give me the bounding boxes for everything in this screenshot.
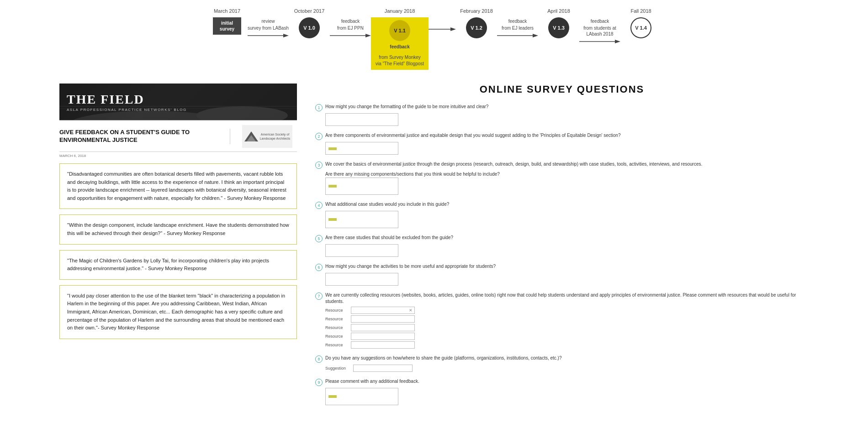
q5-num: 5: [315, 235, 323, 242]
resource-row-3: Resource: [325, 324, 809, 331]
timeline-node-v10: October 2017 V 1.0: [289, 8, 330, 38]
q4-input[interactable]: [325, 211, 398, 228]
quote-3: "The Magic of Children's Gardens by Loll…: [59, 250, 297, 280]
q1-row: 1 How might you change the formatting of…: [315, 104, 809, 111]
q9-num: 9: [315, 379, 323, 386]
initial-survey-box: initial survey: [213, 17, 241, 35]
logo-line1: American Society of: [260, 132, 291, 136]
svg-marker-7: [533, 34, 538, 37]
q4-text: What additional case studies would you i…: [325, 201, 449, 208]
q3-row: 3 We cover the basics of environmental j…: [315, 161, 809, 169]
q6-input[interactable]: [325, 273, 398, 286]
arrow-label-feedback-labash2018: feedback: [591, 18, 609, 24]
logo-line2: Landscape Architects: [260, 136, 291, 141]
asla-logo-icon: [244, 131, 258, 141]
timeline-node-v13: April 2018 V 1.3: [538, 8, 579, 38]
blog-date: MARCH 6, 2018: [59, 154, 297, 158]
timeline-node-v11: January 2018 V 1.1 feedback from Survey …: [371, 8, 429, 70]
timeline-node-initial: March 2017 initial survey: [206, 8, 248, 35]
blog-header-subtitle: ASLA PROFESSIONAL PRACTICE NETWORKS' BLO…: [67, 108, 290, 112]
arrow-sublabel-ejleaders: from EJ leaders: [502, 25, 534, 31]
q1-input[interactable]: [325, 113, 398, 126]
tl-date-fall2018: Fall 2018: [630, 8, 651, 14]
survey-q4: 4 What additional case studies would you…: [315, 201, 809, 228]
q3-input[interactable]: [325, 178, 398, 195]
survey-q1: 1 How might you change the formatting of…: [315, 104, 809, 126]
tl-arrow-2: feedback from EJ PPN: [330, 8, 371, 39]
quote-2: "Within the design component, include la…: [59, 214, 297, 244]
resource-input-2[interactable]: [351, 315, 415, 323]
q5-text: Are there case studies that should be ex…: [325, 235, 453, 241]
resource-row-2: Resource: [325, 315, 809, 323]
tl-date-jan2018: January 2018: [385, 8, 415, 14]
v11-feedback-label: feedback: [376, 42, 424, 52]
version-circle-v14: V 1.4: [630, 17, 651, 38]
arrow-sublabel-labash2018: from students at LAbash 2018: [583, 25, 616, 37]
survey-title: ONLINE SURVEY QUESTIONS: [315, 84, 809, 95]
resource-label-3: Resource: [325, 325, 348, 330]
arrow-svg-1: [248, 32, 289, 39]
arrow-svg-3: [429, 26, 456, 33]
tl-arrow-1: review survey from LABash: [248, 8, 289, 39]
tl-date-oct2017: October 2017: [294, 8, 325, 14]
version-circle-v10: V 1.0: [299, 17, 320, 38]
q3-text: We cover the basics of environmental jus…: [325, 161, 702, 167]
survey-q3: 3 We cover the basics of environmental j…: [315, 161, 809, 195]
q7-row: 7 We are currently collecting resources …: [315, 292, 809, 305]
version-circle-v12: V 1.2: [466, 17, 487, 38]
asla-logo: American Society of Landscape Architects: [242, 125, 292, 148]
resource-label-4: Resource: [325, 334, 348, 339]
q2-input[interactable]: [325, 142, 398, 155]
resource-input-3[interactable]: [351, 324, 415, 331]
arrow-svg-2: [330, 32, 371, 39]
tl-arrow-5: feedback from students at LAbash 2018: [579, 8, 620, 45]
svg-marker-5: [450, 27, 456, 31]
arrow-label-feedback-ejppn: feedback: [341, 18, 360, 24]
suggestion-row: Suggestion: [325, 365, 809, 372]
quote-4: "I would pay closer attention to the use…: [59, 285, 297, 339]
main-content: THE FIELD ASLA PROFESSIONAL PRACTICE NET…: [59, 84, 809, 412]
blog-header-title: THE FIELD: [67, 92, 290, 107]
suggestion-input[interactable]: [353, 365, 413, 372]
arrow-sublabel-ejppn: from EJ PPN: [337, 25, 364, 31]
resource-input-5[interactable]: [351, 341, 415, 349]
q1-text: How might you change the formatting of t…: [325, 104, 488, 110]
survey-q2: 2 Are there components of environmental …: [315, 132, 809, 155]
arrow-label-feedback-ejleaders: feedback: [508, 18, 527, 24]
q8-text: Do you have any suggestions on how/where…: [325, 355, 562, 361]
resource-label-1: Resource: [325, 308, 348, 313]
blog-headline-row: GIVE FEEDBACK ON A STUDENT'S GUIDE TO EN…: [59, 120, 297, 152]
version-circle-v13: V 1.3: [548, 17, 569, 38]
arrow-sublabel-labash: survey from LABash: [248, 25, 289, 31]
timeline: March 2017 initial survey review survey …: [0, 0, 868, 74]
svg-marker-1: [283, 34, 289, 37]
v11-highlight-box: V 1.1 feedback from Survey Monkey via "T…: [371, 17, 429, 70]
timeline-node-v12: February 2018 V 1.2: [456, 8, 497, 38]
left-panel: THE FIELD ASLA PROFESSIONAL PRACTICE NET…: [59, 84, 297, 412]
quote-1: "Disadvantaged communities are often bot…: [59, 163, 297, 209]
blog-logo-area: American Society of Landscape Architects: [238, 125, 297, 148]
v11-feedback-sub: from Survey Monkey via "The Field" Blogp…: [376, 54, 424, 67]
q4-num: 4: [315, 202, 323, 209]
resource-input-4[interactable]: [351, 333, 415, 340]
survey-q8: 8 Do you have any suggestions on how/whe…: [315, 355, 809, 372]
q3-num: 3: [315, 162, 323, 169]
arrow-svg-5: [579, 38, 620, 45]
q5-input[interactable]: [325, 244, 398, 257]
svg-marker-3: [365, 34, 371, 37]
q2-row: 2 Are there components of environmental …: [315, 132, 809, 140]
q9-row: 9 Please comment with any additional fee…: [315, 378, 809, 386]
q2-text: Are there components of environmental ju…: [325, 132, 620, 139]
q9-input[interactable]: [325, 388, 398, 405]
q3-sub: Are there any missing components/section…: [325, 172, 809, 177]
version-circle-v11: V 1.1: [389, 20, 410, 41]
resource-row-1: Resource ✕: [325, 307, 809, 314]
q6-text: How might you change the activities to b…: [325, 263, 496, 270]
resource-input-1[interactable]: ✕: [351, 307, 415, 314]
q5-row: 5 Are there case studies that should be …: [315, 235, 809, 242]
resource-label-2: Resource: [325, 317, 348, 321]
survey-q6: 6 How might you change the activities to…: [315, 263, 809, 286]
q1-num: 1: [315, 104, 323, 111]
tl-arrow-4: feedback from EJ leaders: [497, 8, 538, 39]
survey-q9: 9 Please comment with any additional fee…: [315, 378, 809, 405]
